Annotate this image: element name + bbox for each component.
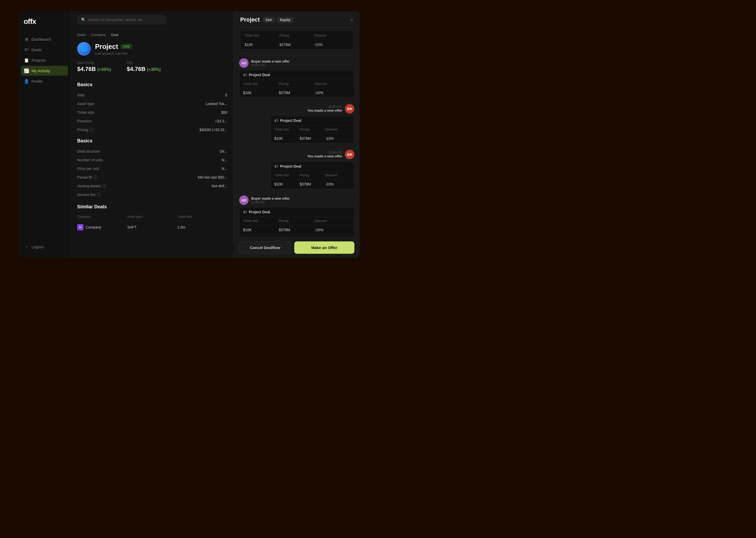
message-meta-1: Buyer made a new offer 12.05 UTC — [251, 59, 290, 67]
search-placeholder: Search for companies, assets, etc — [88, 18, 143, 22]
offer-card-header-3: 🏷 Project Deal — [271, 162, 354, 171]
offer-table-header-1: Ticket size Pricing Discount — [239, 80, 354, 88]
offer-card-1: 🏷 Project Deal Ticket size Pricing Disco… — [239, 70, 354, 98]
message-meta-2: 12.05 UTC You made a new offer — [307, 105, 342, 112]
sidebar-bottom: → Logout — [19, 242, 71, 252]
logout-icon: → — [24, 244, 29, 249]
deals-icon: 🏷 — [24, 47, 29, 52]
offer-card-3: 🏷 Project Deal Ticket size Pricing Disco… — [270, 161, 354, 189]
right-panel: Project Sell Equity × Ticket size Pricin… — [234, 11, 359, 258]
panel-footer: Cancel Dealflow Make an Offer — [234, 237, 359, 258]
sidebar-nav: ⊞ Dashboard 🏷 Deals 📋 Projects 📈 My Acti… — [19, 34, 71, 242]
panel-header: Project Sell Equity × — [234, 11, 359, 27]
offer-actions: Reject Accept — [239, 235, 354, 237]
avatar-br-2: BR — [345, 150, 354, 159]
breadcrumb-company[interactable]: Company — [91, 33, 106, 37]
breadcrumb-deal: Deal — [111, 33, 118, 37]
info-row-vesting: Vesting details i Not defi... — [71, 182, 234, 190]
basics-title: Basics — [71, 78, 234, 91]
sidebar-item-label: Profile — [31, 79, 43, 83]
tag-sell[interactable]: Sell — [262, 17, 275, 23]
sidebar-item-profile[interactable]: 👤 Profile — [21, 76, 68, 86]
message-header-2: 12.05 UTC You made a new offer BR — [307, 104, 354, 114]
projects-icon: 📋 — [24, 58, 29, 63]
offer-table-row-4: $10K $378M -10% — [239, 225, 354, 235]
price-summary: Ticket size Pricing Discount $10K $378M … — [234, 27, 359, 53]
avatar-br-1: BR — [345, 104, 354, 114]
offer-table-row-3: $10K $378M -10% — [271, 179, 354, 189]
tag-equity[interactable]: Equity — [277, 17, 294, 23]
info-row-price-per-unit: Price per unit N... — [71, 164, 234, 173]
deal-title: Project LIVE — [95, 42, 132, 51]
app-container: offx ⊞ Dashboard 🏷 Deals 📋 Projects 📈 My… — [19, 11, 359, 258]
topbar: 🔍 Search for companies, assets, etc — [71, 11, 234, 28]
panel-title: Project Sell Equity — [240, 16, 294, 23]
logout-button[interactable]: → Logout — [21, 242, 68, 252]
search-box[interactable]: 🔍 Search for companies, assets, etc — [77, 15, 166, 24]
sidebar-item-deals[interactable]: 🏷 Deals — [21, 45, 68, 55]
sidebar: offx ⊞ Dashboard 🏷 Deals 📋 Projects 📈 My… — [19, 11, 71, 258]
basics-table: Side S Asset type Locked Tok... Ticket s… — [71, 91, 234, 134]
deal-title-area: Project LIVE Last updated: Just now — [95, 42, 132, 55]
avatar-ad-1: AD — [239, 58, 249, 68]
breadcrumb: Deals › Company › Deal — [71, 28, 234, 37]
deal-header: 🌐 Project LIVE Last updated: Just now — [71, 37, 234, 61]
chat-message-3: 12.05 UTC You made a new offer BR 🏷 Proj… — [234, 148, 359, 191]
offer-table-header-4: Ticket size Pricing Discount — [239, 217, 354, 225]
profile-icon: 👤 — [24, 79, 29, 83]
offer-card-2: 🏷 Project Deal Ticket size Pricing Disco… — [270, 116, 354, 143]
info-row-partial-fill: Partial fill i Min bid size $50... — [71, 173, 234, 182]
last-updated: Last updated: Just now — [95, 52, 132, 55]
sidebar-item-my-activity[interactable]: 📈 My Activity — [21, 66, 68, 76]
info-row-deal-structure: Deal structure Dir... — [71, 147, 234, 155]
offer-table-header-3: Ticket size Pricing Discount — [271, 171, 354, 179]
table-row: M Company SAFT 1.5m — [77, 221, 227, 234]
offer-table-row-1: $10K $378M -10% — [239, 88, 354, 97]
info-row-ticket-size: Ticket size $50 — [71, 108, 234, 117]
live-badge: LIVE — [121, 44, 132, 49]
deal-avatar: 🌐 — [77, 42, 91, 56]
offer-card-header-2: 🏷 Project Deal — [271, 116, 354, 125]
company-icon: M — [77, 224, 83, 230]
message-header-4: AD Buyer made a new offer 12.05 UTC — [239, 195, 354, 205]
sidebar-item-label: Dashboard — [31, 37, 51, 41]
message-meta-4: Buyer made a new offer 12.05 UTC — [251, 196, 290, 204]
sidebar-item-label: Projects — [31, 58, 46, 63]
price-table-header: Ticket size Pricing Discount — [240, 31, 353, 40]
chat-message-1: AD Buyer made a new offer 12.05 UTC 🏷 Pr… — [234, 56, 359, 100]
chat-area: AD Buyer made a new offer 12.05 UTC 🏷 Pr… — [234, 53, 359, 237]
panel-tags: Sell Equity — [262, 17, 294, 23]
message-header-3: 12.05 UTC You made a new offer BR — [307, 150, 354, 159]
info-row-pricing: Pricing i $400M (+33.33... — [71, 125, 234, 134]
similar-deals-header: Company Asset type ↕ Ticket size — [77, 213, 227, 221]
info-row-asset-type: Asset type Locked Tok... — [71, 99, 234, 108]
logout-label: Logout — [31, 244, 44, 249]
company-cell: M Company — [77, 224, 127, 230]
logo: offx — [19, 17, 71, 34]
basics2-title: Basics — [71, 134, 234, 147]
offer-card-header-1: 🏷 Project Deal — [239, 70, 354, 80]
close-button[interactable]: × — [350, 17, 353, 23]
chat-message-4: AD Buyer made a new offer 12.05 UTC 🏷 Pr… — [234, 193, 359, 237]
message-header-1: AD Buyer made a new offer 12.05 UTC — [239, 58, 354, 68]
make-offer-button[interactable]: Make an Offer — [294, 242, 354, 254]
price-table: Ticket size Pricing Discount $10K $378M … — [240, 31, 353, 50]
price-table-row: $10K $378M -10% — [240, 40, 353, 49]
sidebar-item-label: Deals — [31, 48, 41, 52]
search-icon: 🔍 — [81, 18, 86, 22]
activity-icon: 📈 — [24, 68, 29, 73]
sidebar-item-label: My Activity — [31, 69, 50, 73]
deal-pricing: Deal Pricing $4.76B (+30%) — [77, 61, 111, 73]
breadcrumb-deals[interactable]: Deals — [77, 33, 86, 37]
sidebar-item-dashboard[interactable]: ⊞ Dashboard — [21, 34, 68, 44]
info-row-premium: Premium +33.3... — [71, 117, 234, 125]
chat-message-2: 12.05 UTC You made a new offer BR 🏷 Proj… — [234, 102, 359, 145]
pricing-row: Deal Pricing $4.76B (+30%) FDV $4.76B (+… — [71, 61, 234, 78]
message-meta-3: 12.05 UTC You made a new offer — [307, 151, 342, 158]
basics2-table: Deal structure Dir... Number of units N.… — [71, 147, 234, 199]
similar-deals: Similar Deals Company Asset type ↕ Ticke… — [71, 199, 234, 234]
avatar-ad-2: AD — [239, 195, 249, 205]
offer-table-header-2: Ticket size Pricing Discount — [271, 125, 354, 134]
cancel-dealflow-button[interactable]: Cancel Dealflow — [239, 242, 291, 254]
sidebar-item-projects[interactable]: 📋 Projects — [21, 55, 68, 65]
